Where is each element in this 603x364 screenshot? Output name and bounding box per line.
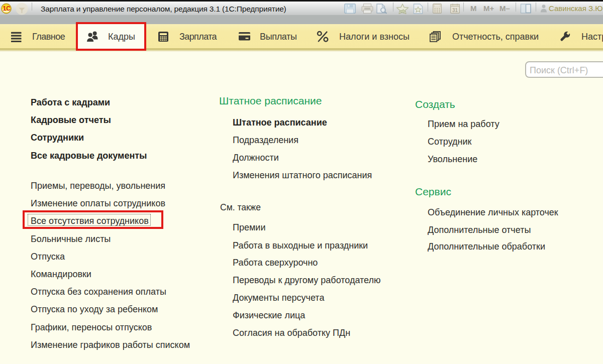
svg-text:1С: 1С xyxy=(3,5,11,12)
svg-text:31: 31 xyxy=(452,8,458,13)
